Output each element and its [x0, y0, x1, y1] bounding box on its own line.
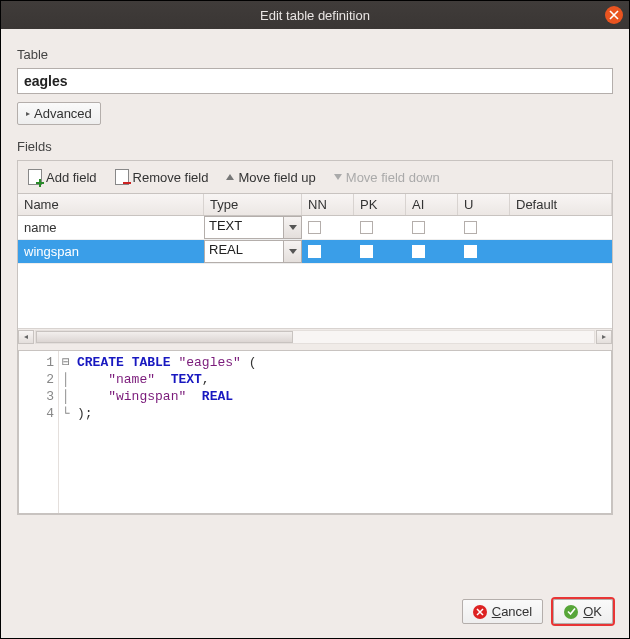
remove-field-icon: [115, 169, 129, 185]
horizontal-scrollbar[interactable]: ◂ ▸: [18, 328, 612, 344]
col-header-ai[interactable]: AI: [406, 194, 458, 215]
grid-body: name TEXT wingspan: [18, 216, 612, 328]
add-field-label: Add field: [46, 170, 97, 185]
ok-icon: [564, 605, 578, 619]
fields-label: Fields: [17, 139, 613, 154]
cancel-button[interactable]: Cancel: [462, 599, 543, 624]
cell-name[interactable]: name: [18, 216, 204, 239]
checkbox-icon[interactable]: [464, 221, 477, 234]
close-icon[interactable]: [605, 6, 623, 24]
table-row[interactable]: name TEXT: [18, 216, 612, 240]
fields-toolbar: Add field Remove field Move field up Mov…: [18, 161, 612, 193]
col-header-u[interactable]: U: [458, 194, 510, 215]
type-dropdown-button[interactable]: [284, 216, 302, 239]
ok-label: OK: [583, 604, 602, 619]
checkbox-icon[interactable]: [308, 245, 321, 258]
checkbox-icon[interactable]: [412, 221, 425, 234]
cell-pk[interactable]: [354, 216, 406, 239]
chevron-right-icon: ▸: [26, 109, 30, 118]
cell-type[interactable]: REAL: [204, 240, 302, 263]
cell-u[interactable]: [458, 216, 510, 239]
scroll-left-icon[interactable]: ◂: [18, 330, 34, 344]
code-fold-icon[interactable]: ⊟││└: [59, 351, 73, 513]
sql-line-numbers: 1234: [19, 351, 59, 513]
checkbox-icon[interactable]: [360, 245, 373, 258]
titlebar: Edit table definition: [1, 1, 629, 29]
cell-nn[interactable]: [302, 240, 354, 263]
cell-ai[interactable]: [406, 240, 458, 263]
remove-field-label: Remove field: [133, 170, 209, 185]
checkbox-icon[interactable]: [412, 245, 425, 258]
checkbox-icon[interactable]: [308, 221, 321, 234]
window-title: Edit table definition: [260, 8, 370, 23]
add-field-button[interactable]: Add field: [28, 169, 97, 185]
sql-preview: 1234 ⊟││└ CREATE TABLE "eagles" ( "name"…: [18, 350, 612, 514]
checkbox-icon[interactable]: [360, 221, 373, 234]
scroll-track[interactable]: [35, 330, 595, 344]
move-down-label: Move field down: [346, 170, 440, 185]
cell-pk[interactable]: [354, 240, 406, 263]
col-header-nn[interactable]: NN: [302, 194, 354, 215]
arrow-down-icon: [334, 174, 342, 180]
cell-name[interactable]: wingspan: [18, 240, 204, 263]
col-header-default[interactable]: Default: [510, 194, 612, 215]
cell-ai[interactable]: [406, 216, 458, 239]
dialog-content: Table ▸ Advanced Fields Add field: [1, 29, 629, 529]
fields-panel: Add field Remove field Move field up Mov…: [17, 160, 613, 515]
col-header-name[interactable]: Name: [18, 194, 204, 215]
cell-default[interactable]: [510, 240, 612, 263]
col-header-pk[interactable]: PK: [354, 194, 406, 215]
chevron-down-icon: [289, 249, 297, 254]
scroll-thumb[interactable]: [36, 331, 293, 343]
cell-default[interactable]: [510, 216, 612, 239]
cancel-icon: [473, 605, 487, 619]
checkbox-icon[interactable]: [464, 245, 477, 258]
chevron-down-icon: [289, 225, 297, 230]
sql-text: CREATE TABLE "eagles" ( "name" TEXT, "wi…: [73, 351, 611, 513]
cancel-label: Cancel: [492, 604, 532, 619]
advanced-label: Advanced: [34, 106, 92, 121]
cell-nn[interactable]: [302, 216, 354, 239]
add-field-icon: [28, 169, 42, 185]
cell-type[interactable]: TEXT: [204, 216, 302, 239]
col-header-type[interactable]: Type: [204, 194, 302, 215]
cell-u[interactable]: [458, 240, 510, 263]
dialog-window: Edit table definition Table ▸ Advanced F…: [0, 0, 630, 639]
table-label: Table: [17, 47, 613, 62]
table-name-input[interactable]: [17, 68, 613, 94]
scroll-right-icon[interactable]: ▸: [596, 330, 612, 344]
move-field-down-button: Move field down: [334, 170, 440, 185]
move-up-label: Move field up: [238, 170, 315, 185]
dialog-buttons: Cancel OK: [462, 599, 613, 624]
type-value[interactable]: TEXT: [204, 216, 284, 239]
ok-button[interactable]: OK: [553, 599, 613, 624]
grid-header: Name Type NN PK AI U Default: [18, 194, 612, 216]
fields-grid: Name Type NN PK AI U Default name TEXT: [18, 193, 612, 344]
move-field-up-button[interactable]: Move field up: [226, 170, 315, 185]
table-row[interactable]: wingspan REAL: [18, 240, 612, 264]
type-dropdown-button[interactable]: [284, 240, 302, 263]
remove-field-button[interactable]: Remove field: [115, 169, 209, 185]
advanced-button[interactable]: ▸ Advanced: [17, 102, 101, 125]
arrow-up-icon: [226, 174, 234, 180]
type-value[interactable]: REAL: [204, 240, 284, 263]
